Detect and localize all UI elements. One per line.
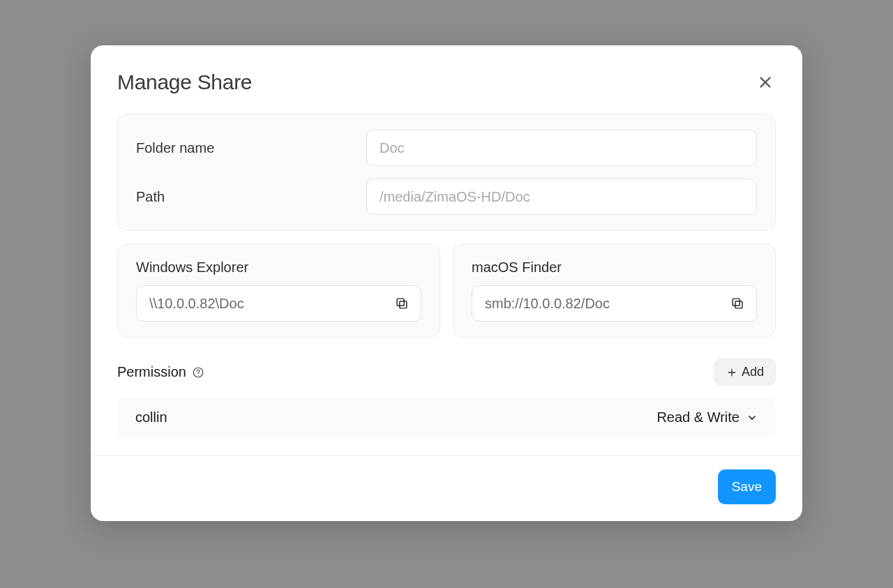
add-permission-button[interactable]: Add: [714, 359, 776, 386]
help-icon[interactable]: [192, 366, 204, 379]
save-button[interactable]: Save: [718, 469, 776, 504]
network-paths-row: Windows Explorer \\10.0.0.82\Doc macOS F…: [117, 243, 776, 338]
folder-name-row: Folder name: [136, 130, 757, 166]
svg-rect-3: [733, 299, 740, 306]
macos-finder-card: macOS Finder smb://10.0.0.82/Doc: [453, 243, 776, 338]
permission-label-wrap: Permission: [117, 364, 204, 380]
folder-info-card: Folder name Path: [117, 114, 776, 231]
macos-finder-title: macOS Finder: [472, 259, 757, 276]
folder-name-label: Folder name: [136, 140, 366, 156]
permission-level-value: Read & Write: [656, 409, 740, 425]
permission-user-name: collin: [135, 409, 167, 425]
svg-point-5: [197, 375, 198, 375]
manage-share-dialog: Manage Share Folder name Path Windows Ex…: [91, 45, 802, 521]
path-row: Path: [136, 179, 757, 215]
permission-row: collin Read & Write: [117, 397, 776, 438]
macos-path-value: smb://10.0.0.82/Doc: [485, 296, 727, 312]
windows-copy-button[interactable]: [391, 293, 412, 314]
macos-copy-button[interactable]: [727, 293, 748, 314]
copy-icon: [730, 296, 745, 311]
close-button[interactable]: [755, 72, 776, 93]
path-input[interactable]: [366, 179, 757, 215]
dialog-content: Folder name Path Windows Explorer \\10.0…: [91, 114, 802, 438]
windows-path-field: \\10.0.0.82\Doc: [136, 285, 421, 322]
dialog-title: Manage Share: [117, 70, 252, 94]
permission-header: Permission Add: [117, 359, 776, 386]
svg-rect-2: [735, 301, 742, 308]
windows-explorer-title: Windows Explorer: [136, 259, 421, 276]
permission-level-select[interactable]: Read & Write: [656, 409, 758, 425]
permission-label: Permission: [117, 364, 186, 380]
plus-icon: [726, 367, 737, 378]
macos-path-field: smb://10.0.0.82/Doc: [472, 285, 757, 322]
dialog-footer: Save: [91, 455, 802, 521]
dialog-header: Manage Share: [91, 45, 802, 114]
path-label: Path: [136, 189, 366, 205]
windows-path-value: \\10.0.0.82\Doc: [149, 296, 391, 312]
close-icon: [758, 75, 773, 90]
chevron-down-icon: [746, 412, 758, 423]
windows-explorer-card: Windows Explorer \\10.0.0.82\Doc: [117, 243, 440, 338]
svg-rect-0: [400, 301, 407, 308]
folder-name-input[interactable]: [366, 130, 757, 166]
add-button-label: Add: [742, 365, 764, 379]
svg-rect-1: [397, 299, 404, 306]
copy-icon: [394, 296, 410, 311]
